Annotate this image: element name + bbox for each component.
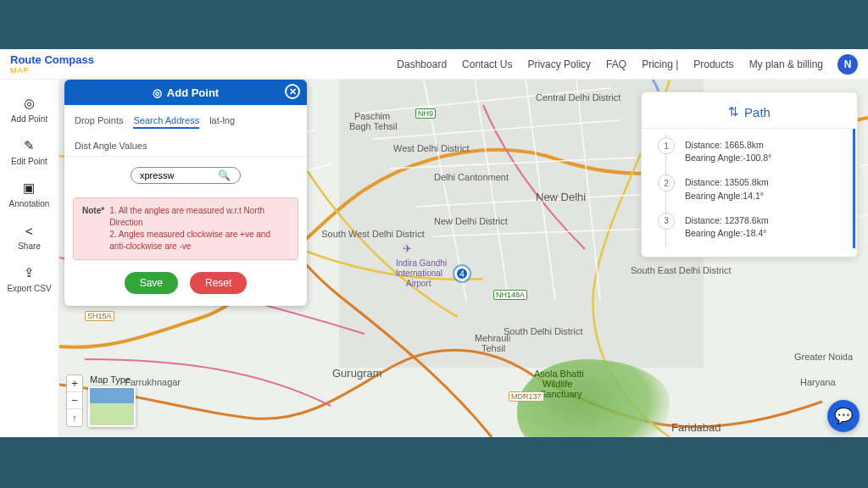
path-distance: Distance: 13505.8km xyxy=(685,176,843,189)
note-line-1: 1. All the angles are measured w.r.t Nor… xyxy=(109,205,289,229)
zoom-in-button[interactable]: + xyxy=(67,375,82,392)
label-faridabad: Faridabad xyxy=(670,420,723,435)
path-icon: ⇅ xyxy=(728,104,739,119)
logo[interactable]: Route Compass MAP xyxy=(10,54,94,75)
map-type-label: Map Type xyxy=(90,374,136,385)
path-distance: Distance: 1665.8km xyxy=(685,139,843,152)
badge-nh148a: NH148A xyxy=(493,290,527,300)
label-mehrauli2: Tehsil xyxy=(480,342,507,354)
label-sw-delhi: South West Delhi District xyxy=(314,228,432,240)
export-icon: ⇪ xyxy=(21,264,38,281)
path-item-3[interactable]: 3 Distance: 12378.6km Bearing Angle:-18.… xyxy=(665,209,843,247)
target-icon: ◎ xyxy=(153,86,162,99)
zoom-reset-button[interactable]: ↑ xyxy=(67,409,82,426)
logo-title: Route Compass xyxy=(10,54,94,65)
navbar: Route Compass MAP Dashboard Contact Us P… xyxy=(0,49,868,80)
note-label: Note* xyxy=(82,205,104,252)
chat-bubble[interactable]: 💬 xyxy=(827,400,860,432)
label-west-delhi: West Delhi District xyxy=(392,142,459,154)
map-type-thumb[interactable] xyxy=(88,386,136,427)
map-marker[interactable]: 4 xyxy=(454,266,470,281)
close-icon: ✕ xyxy=(289,86,297,97)
nav-privacy-policy[interactable]: Privacy Policy xyxy=(527,58,591,70)
tool-annotation[interactable]: ▣ Annotation xyxy=(9,180,50,208)
chat-icon: 💬 xyxy=(834,407,853,425)
label-new-delhi: New Delhi xyxy=(534,190,587,204)
tool-edit-point[interactable]: ✎ Edit Point xyxy=(11,137,47,166)
search-input[interactable] xyxy=(140,170,216,180)
target-icon: ◎ xyxy=(21,95,38,112)
nav-pricing[interactable]: Pricing | xyxy=(642,58,678,70)
note-box: Note* 1. All the angles are measured w.r… xyxy=(73,197,298,260)
label-greater-noida: Greater Noida xyxy=(793,351,854,363)
path-item-1[interactable]: 1 Distance: 1665.8km Bearing Angle:-100.… xyxy=(665,134,843,171)
map-type-switcher[interactable]: Map Type xyxy=(88,374,136,427)
path-item-2[interactable]: 2 Distance: 13505.8km Bearing Angle:14.1… xyxy=(665,171,843,208)
path-distance: Distance: 12378.6km xyxy=(685,214,843,227)
badge-mdr137: MDR137 xyxy=(509,391,544,402)
tool-label: Share xyxy=(18,241,41,251)
panel-header: ◎ Add Point ✕ xyxy=(64,80,307,105)
panel-tabs: Drop Points Search Address lat-lng Dist … xyxy=(64,105,307,157)
label-bagh: Bagh Tehsil xyxy=(348,120,399,132)
nav-dashboard[interactable]: Dashboard xyxy=(397,58,447,70)
path-bearing: Bearing Angle:-100.8° xyxy=(685,152,843,164)
label-central-delhi: Central Delhi District xyxy=(534,92,619,103)
search-icon[interactable]: 🔍 xyxy=(218,169,231,181)
path-title-text: Path xyxy=(744,105,771,119)
app-frame: Route Compass MAP Dashboard Contact Us P… xyxy=(0,49,868,437)
path-panel: ⇅ Path 1 Distance: 1665.8km Bearing Angl… xyxy=(641,92,858,258)
pencil-icon: ✎ xyxy=(21,137,38,154)
tool-share[interactable]: < Share xyxy=(18,222,41,251)
zoom-control: + − ↑ xyxy=(66,374,83,427)
path-body: 1 Distance: 1665.8km Bearing Angle:-100.… xyxy=(642,129,855,248)
nav-contact-us[interactable]: Contact Us xyxy=(462,58,512,70)
label-gurugram: Gurugram xyxy=(331,366,384,380)
note-icon: ▣ xyxy=(20,180,37,197)
tool-add-point[interactable]: ◎ Add Point xyxy=(11,95,47,124)
tool-export-csv[interactable]: ⇪ Export CSV xyxy=(7,264,51,293)
tab-dist-angle[interactable]: Dist Angle Values xyxy=(75,139,147,152)
path-number: 1 xyxy=(658,137,675,154)
label-newdelhi-district: New Delhi District xyxy=(432,215,500,227)
tab-search-address[interactable]: Search Address xyxy=(133,114,199,129)
path-title: ⇅ Path xyxy=(642,99,857,129)
search-pill[interactable]: 🔍 xyxy=(131,167,241,184)
path-number: 3 xyxy=(658,213,675,230)
label-airport3: Airport xyxy=(404,278,432,289)
tool-label: Export CSV xyxy=(7,284,51,293)
tool-label: Edit Point xyxy=(11,157,47,166)
path-bearing: Bearing Angle:-18.4° xyxy=(685,227,843,240)
save-button[interactable]: Save xyxy=(125,272,178,294)
plane-icon: ✈ xyxy=(403,242,412,255)
left-toolbar: ◎ Add Point ✎ Edit Point ▣ Annotation < … xyxy=(0,80,59,437)
panel-close-button[interactable]: ✕ xyxy=(285,84,300,99)
reset-button[interactable]: Reset xyxy=(190,272,247,294)
badge-nh9: NH9 xyxy=(415,108,436,119)
note-line-2: 2. Angles measured clockwise are +ve and… xyxy=(109,229,289,252)
badge-sh15a: SH15A xyxy=(85,311,114,321)
tool-label: Annotation xyxy=(9,199,50,208)
label-cantonment: Delhi Cantonment xyxy=(432,171,510,183)
share-icon: < xyxy=(21,222,38,239)
nav-products[interactable]: Products xyxy=(693,58,733,70)
label-asola3: Sanctuary xyxy=(538,388,584,400)
avatar[interactable]: N xyxy=(837,54,858,75)
label-se-delhi: South East Delhi District xyxy=(629,264,722,276)
label-haryana: Haryana xyxy=(798,376,837,388)
zoom-out-button[interactable]: − xyxy=(67,392,82,409)
logo-subtitle: MAP xyxy=(10,66,94,75)
tab-drop-points[interactable]: Drop Points xyxy=(75,114,123,129)
tool-label: Add Point xyxy=(11,114,47,124)
path-bearing: Bearing Angle:14.1° xyxy=(685,190,843,202)
panel-title: Add Point xyxy=(167,86,219,99)
nav-faq[interactable]: FAQ xyxy=(606,58,626,70)
add-point-panel: ◎ Add Point ✕ Drop Points Search Address… xyxy=(64,80,307,306)
path-number: 2 xyxy=(658,175,675,191)
label-south-delhi: South Delhi District xyxy=(502,325,578,337)
nav-my-plan[interactable]: My plan & billing xyxy=(749,58,823,70)
tab-lat-lng[interactable]: lat-lng xyxy=(209,114,235,129)
